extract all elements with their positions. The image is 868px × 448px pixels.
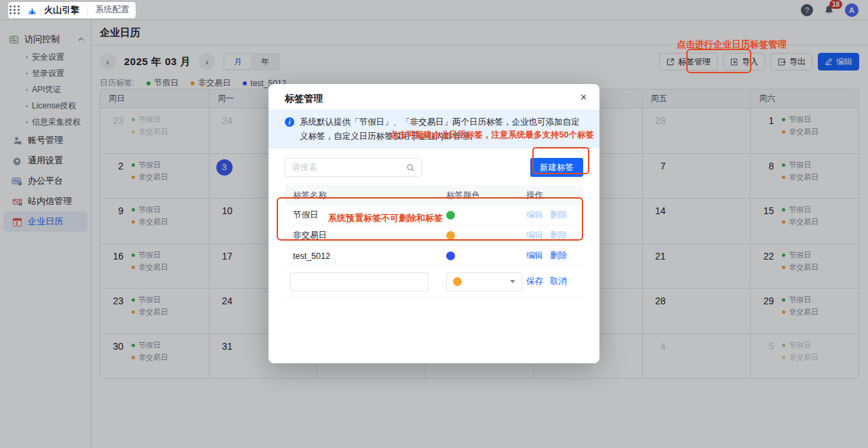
tag-color-dot xyxy=(446,251,455,260)
tag-name: test_5012 xyxy=(285,251,446,261)
new-tag-name-cell xyxy=(285,272,446,291)
new-tag-actions: 保存 取消 xyxy=(526,276,583,287)
annotation-preset-tags: 系统预置标签不可删除和标签 xyxy=(328,212,443,224)
info-icon: i xyxy=(285,117,294,127)
topbar-brand: 火山引擎 | 系统配置 xyxy=(8,2,136,18)
product-name: 火山引擎 xyxy=(44,4,79,16)
tag-edit-row: 保存 取消 xyxy=(285,266,583,298)
search-icon xyxy=(406,163,415,172)
annotation-box-tag-manage xyxy=(686,49,751,73)
new-tag-color-cell xyxy=(446,272,526,291)
tag-manage-modal: 标签管理 ✕ i 系统默认提供「节假日」、「非交易日」两个日历标签，企业也可添加… xyxy=(269,84,599,363)
edit-link[interactable]: 编辑 xyxy=(526,250,543,262)
volcengine-logo-icon xyxy=(27,5,37,15)
annotation-new-tag: 点击可新建企业日历标签，注意系统最多支持50个标签 xyxy=(390,129,594,141)
topbar-section-title: 系统配置 xyxy=(95,4,129,16)
delete-link[interactable]: 删除 xyxy=(550,250,567,262)
chevron-down-icon xyxy=(510,280,515,283)
cancel-link[interactable]: 取消 xyxy=(550,276,567,287)
tag-color-cell xyxy=(446,251,526,260)
color-select[interactable] xyxy=(446,272,522,291)
search-input[interactable]: 请搜索 xyxy=(285,158,422,177)
topbar-divider: | xyxy=(86,5,88,15)
selected-color-dot xyxy=(453,277,462,286)
app-grid-icon[interactable] xyxy=(9,5,20,14)
annotation-box-new-tag-button xyxy=(532,147,589,174)
modal-header: 标签管理 ✕ xyxy=(269,84,599,110)
new-tag-name-input[interactable] xyxy=(290,272,429,291)
tag-row-test_5012: test_5012编辑删除 xyxy=(285,246,583,266)
close-icon[interactable]: ✕ xyxy=(580,93,587,102)
save-link[interactable]: 保存 xyxy=(526,276,543,287)
tag-actions: 编辑删除 xyxy=(526,250,583,262)
modal-title: 标签管理 xyxy=(285,93,323,105)
search-placeholder: 请搜索 xyxy=(292,162,317,174)
